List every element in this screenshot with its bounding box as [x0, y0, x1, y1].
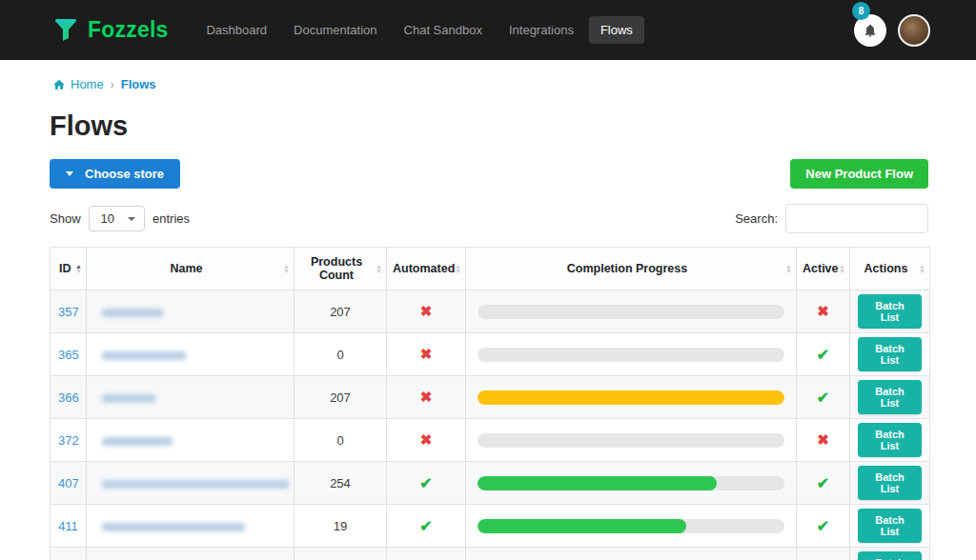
sort-icon: ▲▼	[785, 264, 792, 273]
entries-label: entries	[152, 211, 190, 226]
notification-count-badge: 8	[852, 2, 870, 20]
active-check-icon: ✔	[817, 475, 829, 491]
table-header: ID ▲▼ Name ▲▼ Products Count ▲▼ Automate…	[51, 248, 930, 290]
flow-name-redacted[interactable]	[102, 394, 155, 403]
flow-id-link[interactable]: 411	[58, 519, 78, 533]
flow-name-redacted[interactable]	[102, 309, 163, 317]
nav-item-dashboard[interactable]: Dashboard	[194, 16, 278, 44]
breadcrumb: Home › Flows	[52, 77, 928, 91]
flow-name-redacted[interactable]	[102, 351, 186, 360]
chevron-down-icon	[66, 171, 73, 176]
nav-links: Dashboard Documentation Chat Sandbox Int…	[194, 16, 643, 44]
page-size-select[interactable]: 10	[89, 206, 145, 231]
progress-bar-fill	[478, 519, 686, 533]
sort-icon: ▲▼	[455, 264, 461, 273]
toolbar: Choose store New Product Flow	[50, 159, 928, 189]
batch-list-button[interactable]: Batch List	[858, 509, 922, 543]
table-row: 366207✖✔Batch List	[51, 376, 930, 419]
batch-list-button[interactable]: Batch List	[858, 337, 922, 371]
batch-list-button[interactable]: Batch List	[858, 423, 922, 457]
batch-list-button[interactable]: Batch List	[858, 466, 922, 500]
top-navbar: Fozzels Dashboard Documentation Chat San…	[0, 0, 976, 60]
notifications: 8	[854, 14, 886, 47]
column-header-id[interactable]: ID ▲▼	[51, 248, 87, 290]
products-count: 19	[295, 505, 387, 548]
nav-item-chat-sandbox[interactable]: Chat Sandbox	[393, 16, 494, 44]
flow-name-redacted[interactable]	[102, 523, 245, 531]
choose-store-button[interactable]: Choose store	[50, 159, 180, 189]
flows-table: ID ▲▼ Name ▲▼ Products Count ▲▼ Automate…	[50, 247, 930, 560]
flow-id-link[interactable]: 365	[58, 348, 79, 362]
automated-cross-icon: ✖	[420, 346, 433, 362]
progress-bar-fill	[478, 390, 784, 405]
sort-icon: ▲▼	[75, 264, 82, 273]
products-count: 192	[295, 548, 387, 560]
active-cross-icon: ✖	[817, 431, 829, 448]
table-row: 357207✖✖Batch List	[51, 290, 930, 333]
sort-icon: ▲▼	[376, 264, 382, 273]
column-header-actions[interactable]: Actions ▲▼	[850, 248, 930, 290]
breadcrumb-current: Flows	[121, 77, 156, 91]
nav-item-integrations[interactable]: Integrations	[498, 16, 585, 44]
table-row: 3650✖✔Batch List	[51, 333, 930, 376]
column-header-active[interactable]: Active ▲▼	[797, 248, 850, 290]
active-check-icon: ✔	[817, 347, 829, 363]
breadcrumb-home-link[interactable]: Home	[52, 77, 104, 91]
chevron-down-icon	[128, 217, 135, 221]
flow-id-link[interactable]: 372	[58, 433, 79, 448]
products-count: 254	[295, 462, 387, 505]
products-count: 207	[295, 376, 387, 419]
automated-check-icon: ✔	[419, 475, 432, 491]
automated-cross-icon: ✖	[420, 389, 433, 405]
batch-list-button[interactable]: Batch List	[858, 380, 922, 414]
column-header-products-count[interactable]: Products Count ▲▼	[295, 248, 387, 290]
products-count: 0	[295, 419, 387, 462]
table-row: 407254✔✔Batch List	[51, 462, 930, 505]
flows-table-body: 357207✖✖Batch List3650✖✔Batch List366207…	[51, 290, 930, 560]
page-title: Flows	[50, 110, 976, 142]
flow-id-link[interactable]: 357	[58, 305, 79, 319]
progress-bar	[478, 305, 784, 319]
active-cross-icon: ✖	[817, 303, 829, 319]
nav-item-flows[interactable]: Flows	[589, 16, 644, 44]
progress-bar	[478, 390, 784, 405]
table-controls: Show 10 entries Search:	[50, 204, 928, 233]
breadcrumb-home-label: Home	[71, 77, 104, 91]
progress-bar-fill	[478, 476, 717, 490]
search: Search:	[735, 204, 928, 233]
column-header-completion-progress[interactable]: Completion Progress ▲▼	[466, 248, 797, 290]
products-count: 0	[295, 333, 387, 376]
batch-list-button[interactable]: Batch List	[858, 551, 922, 560]
navbar-right: 8	[854, 14, 930, 47]
sort-icon: ▲▼	[919, 264, 925, 273]
column-header-automated[interactable]: Automated ▲▼	[387, 248, 466, 290]
progress-bar	[478, 348, 784, 362]
products-count: 207	[295, 290, 387, 333]
table-row: 3720✖✖Batch List	[51, 419, 930, 462]
flow-name-redacted[interactable]	[102, 480, 289, 489]
user-avatar[interactable]	[898, 14, 930, 47]
active-check-icon: ✔	[817, 518, 829, 534]
automated-cross-icon: ✖	[420, 303, 433, 319]
automated-check-icon: ✔	[419, 518, 432, 534]
table-row: 41119✔✔Batch List	[51, 505, 930, 548]
column-header-name[interactable]: Name ▲▼	[87, 248, 295, 290]
page-size-value: 10	[101, 211, 114, 226]
sort-icon: ▲▼	[839, 264, 845, 273]
new-product-flow-button[interactable]: New Product Flow	[790, 159, 928, 189]
flow-name-redacted[interactable]	[102, 437, 173, 446]
home-icon	[52, 78, 66, 91]
nav-item-documentation[interactable]: Documentation	[282, 16, 388, 44]
flow-id-link[interactable]: 366	[58, 390, 79, 405]
show-label: Show	[50, 211, 81, 226]
progress-bar	[478, 519, 784, 533]
choose-store-label: Choose store	[85, 167, 164, 181]
search-input[interactable]	[785, 204, 928, 233]
automated-cross-icon: ✖	[420, 431, 433, 448]
brand-logo-icon	[52, 17, 79, 44]
flow-id-link[interactable]: 407	[58, 476, 79, 490]
batch-list-button[interactable]: Batch List	[858, 294, 922, 329]
brand[interactable]: Fozzels	[52, 17, 168, 44]
active-check-icon: ✔	[817, 390, 829, 406]
breadcrumb-separator: ›	[111, 78, 114, 91]
